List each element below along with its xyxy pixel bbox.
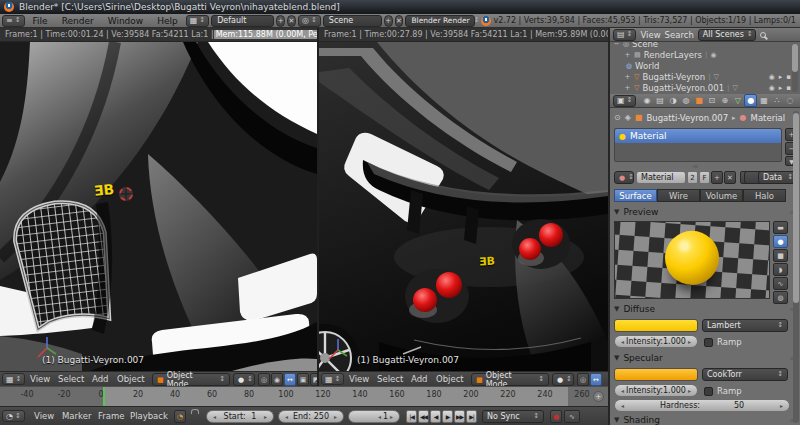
panel-header-preview[interactable]: ▼ Preview ≡ — [614, 207, 796, 217]
tab-halo[interactable]: Halo — [743, 189, 786, 202]
editor-type-button[interactable]: ▦ ↕ — [321, 373, 344, 385]
outliner-row-bugatti-veyron-001[interactable]: + ▽ Bugatti-Veyron.001 | ▽ ◉ ▸ ▪ — [610, 83, 800, 93]
tab-render-icon[interactable]: ◉ — [640, 94, 653, 107]
start-frame-field[interactable]: Start: 1 — [206, 410, 274, 423]
outliner-scrollbar[interactable] — [792, 44, 798, 92]
add-scene-button[interactable]: + — [384, 15, 393, 27]
menu-add[interactable]: Add — [411, 373, 427, 386]
specular-intensity-slider[interactable]: Intensity: 1.000 — [614, 384, 698, 397]
manipulator-button-2[interactable]: ▣ — [297, 373, 309, 386]
editor-type-button[interactable]: ▣ ↕ — [613, 95, 636, 107]
properties-scrollbar[interactable] — [793, 111, 799, 423]
visibility-eye-icon[interactable]: ◉ — [769, 84, 775, 92]
prev-keyframe-button[interactable]: ◀◀ — [418, 410, 429, 423]
next-keyframe-button[interactable]: ▶▶ — [454, 410, 465, 423]
outliner-row-bugatti-veyron[interactable]: + ▽ Bugatti-Veyron | ▽ ◉ ▸ ▪ — [610, 72, 800, 82]
outliner-row-renderlayers[interactable]: + ▤ RenderLayers | ◉ — [610, 50, 800, 60]
preview-hair-button[interactable]: ∿ — [773, 277, 788, 290]
specular-color-swatch[interactable] — [614, 368, 698, 381]
shading-selector[interactable]: ● ↕ — [233, 373, 255, 386]
hardness-slider[interactable]: Hardness: 50 — [614, 399, 790, 412]
preview-sphere-button[interactable]: ● — [773, 235, 788, 248]
menu-marker[interactable]: Marker — [62, 410, 91, 423]
users-count-button[interactable]: 2 — [687, 171, 698, 184]
menu-window[interactable]: Window — [102, 16, 150, 26]
specular-ramp-toggle[interactable]: Ramp — [704, 386, 742, 396]
preview-flat-button[interactable]: ▬ — [773, 221, 788, 234]
resize-grip-icon[interactable]: ≡ — [692, 162, 699, 171]
viewport-left-canvas[interactable]: ƎB (1) Bugatti-Veyron.007 — [0, 42, 317, 371]
tab-particles-icon[interactable]: ∴ — [770, 94, 783, 107]
expand-icon[interactable]: + — [624, 84, 631, 92]
record-button[interactable]: ● — [550, 410, 562, 423]
menu-add[interactable]: Add — [92, 373, 108, 386]
shading-selector[interactable]: ● ↕ — [552, 373, 574, 386]
tool-icon[interactable]: ◈ — [625, 114, 631, 122]
selectable-arrow-icon[interactable]: ▸ — [779, 73, 783, 81]
visibility-eye-icon[interactable]: ◉ — [769, 73, 775, 81]
mode-selector[interactable]: ■ Object Mode ↕ — [152, 373, 230, 386]
sync-mode-selector[interactable]: No Sync ↕ — [482, 410, 544, 423]
screen-layout-icon-button[interactable]: ▦ ↕ — [186, 15, 209, 27]
diffuse-shader-selector[interactable]: Lambert ↕ — [702, 319, 788, 332]
timeline-ruler[interactable]: -40 -20 0 20 40 60 80 100 120 140 160 18… — [0, 386, 608, 406]
delete-layout-button[interactable]: ✕ — [287, 15, 296, 27]
fake-user-button[interactable]: F — [699, 171, 710, 184]
selectable-arrow-icon[interactable]: ▸ — [779, 84, 783, 92]
tab-render-layers-icon[interactable]: ▤ — [653, 94, 666, 107]
tab-object-data-icon[interactable]: ▽ — [731, 94, 744, 107]
pivot-point-button[interactable]: ◎ — [577, 373, 589, 386]
data-link-selector[interactable]: Data ↕ — [758, 171, 798, 184]
manipulator-button-0[interactable]: ◉ — [271, 373, 283, 386]
menu-select[interactable]: Select — [377, 373, 403, 386]
editor-type-button[interactable]: ▤ ↕ — [613, 29, 636, 41]
menu-object[interactable]: Object — [117, 373, 145, 386]
diffuse-ramp-toggle[interactable]: Ramp — [704, 337, 742, 347]
menu-frame[interactable]: Frame — [98, 410, 124, 423]
outliner-row-scene[interactable]: − ◎ Scene — [610, 42, 800, 49]
preview-world-button[interactable]: ◍ — [773, 291, 788, 304]
tab-object-icon[interactable]: ■ — [692, 94, 705, 107]
play-button[interactable]: ▶ — [442, 410, 453, 423]
viewport-right-canvas[interactable]: ƎB (1) Bugatti-Veyron.007 — [319, 42, 608, 371]
specular-shader-selector[interactable]: CookTorr ↕ — [702, 368, 788, 381]
scene-icon-button[interactable]: ◎ ↕ — [298, 15, 321, 27]
outliner-tree[interactable]: − ◎ Scene + ▤ RenderLayers | ◉ ◍ World +… — [610, 42, 800, 94]
menu-render[interactable]: Render — [56, 16, 100, 26]
window-titlebar[interactable]: Blender* [C:\Users\Sirine\Desktop\Bugatt… — [0, 0, 800, 14]
tab-material-icon[interactable]: ● — [744, 94, 757, 107]
menu-file[interactable]: File — [27, 16, 54, 26]
preview-cube-button[interactable]: ■ — [773, 249, 788, 262]
mode-selector[interactable]: ■ Object Mode ↕ — [471, 373, 549, 386]
menu-search[interactable]: Search — [665, 30, 694, 40]
manipulator-button-translate[interactable]: ↔ — [284, 373, 296, 386]
render-engine-selector[interactable]: Blender Render ↕ — [405, 15, 475, 27]
delete-scene-button[interactable]: ✕ — [395, 15, 404, 27]
tab-modifiers-icon[interactable]: ⊕ — [718, 94, 731, 107]
panel-header-shading[interactable]: ▼ Shading ≡ — [614, 415, 796, 425]
tab-scene-icon[interactable]: ◑ — [666, 94, 679, 107]
tab-texture-icon[interactable]: ▦ — [757, 94, 770, 107]
menu-help[interactable]: Help — [151, 16, 184, 26]
manipulator-button-translate[interactable]: ↔ — [590, 373, 602, 386]
expand-icon[interactable]: + — [624, 51, 631, 59]
scene-selector[interactable]: Scene — [323, 15, 382, 27]
breadcrumb-object[interactable]: Bugatti-Veyron.007 — [646, 113, 728, 123]
tab-surface[interactable]: Surface — [614, 189, 657, 202]
panel-header-specular[interactable]: ▼ Specular ≡ — [614, 353, 796, 363]
play-reverse-button[interactable]: ◀ — [430, 410, 441, 423]
tab-volume[interactable]: Volume — [700, 189, 743, 202]
viewport-left[interactable]: Frame:1 | Time:00:01.24 | Ve:39584 Fa:54… — [0, 28, 317, 386]
outliner-filter-selector[interactable]: All Scenes ↕ — [698, 29, 756, 41]
cursor-3d-icon[interactable] — [119, 187, 133, 201]
outliner-row-world[interactable]: ◍ World — [610, 61, 800, 71]
material-slot-selected[interactable]: ● Material — [615, 129, 781, 143]
breadcrumb-material[interactable]: Material — [751, 113, 786, 123]
tab-physics-icon[interactable]: ◌ — [783, 94, 796, 107]
jump-to-start-button[interactable]: |◀ — [406, 410, 417, 423]
expand-icon[interactable]: + — [624, 73, 631, 81]
editor-type-button[interactable]: ▦ ↕ — [2, 373, 25, 385]
new-material-button[interactable]: + — [711, 171, 723, 184]
search-icon[interactable] — [760, 32, 766, 38]
menu-select[interactable]: Select — [58, 373, 84, 386]
